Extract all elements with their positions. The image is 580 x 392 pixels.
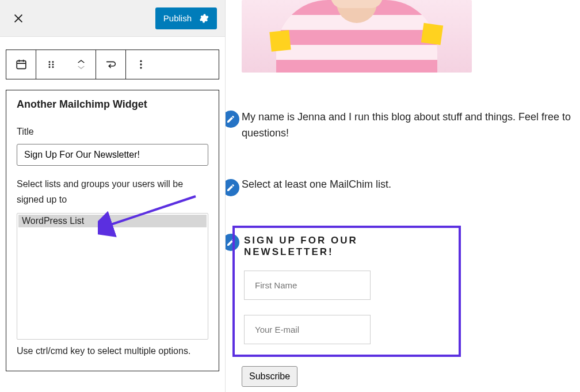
edit-handle[interactable] xyxy=(226,179,239,196)
transform-button[interactable] xyxy=(96,50,126,79)
preview-canvas: My name is Jenna and I run this blog abo… xyxy=(226,0,580,392)
title-label: Title xyxy=(17,127,208,137)
chevron-up-icon xyxy=(77,59,86,64)
edit-handle[interactable] xyxy=(226,111,239,128)
svg-point-5 xyxy=(49,66,51,68)
arrow-loop-icon xyxy=(105,58,117,71)
svg-point-3 xyxy=(49,64,51,66)
svg-point-2 xyxy=(52,61,54,63)
signup-widget: SIGN UP FOR OUR NEWSLETTER! xyxy=(232,226,461,357)
more-vertical-icon xyxy=(135,59,147,70)
widget-panel-title: Another Mailchimp Widget xyxy=(17,98,208,111)
svg-point-4 xyxy=(52,64,54,66)
gear-icon xyxy=(199,13,209,24)
drag-handle[interactable] xyxy=(36,50,66,79)
lists-label: Select lists and groups your users will … xyxy=(17,176,208,207)
svg-point-8 xyxy=(140,63,142,65)
first-name-field[interactable] xyxy=(244,271,371,300)
subscribe-button[interactable]: Subscribe xyxy=(242,366,297,387)
block-type-button[interactable] xyxy=(6,50,36,79)
list-option[interactable]: WordPress List xyxy=(18,215,207,227)
calendar-icon xyxy=(15,58,28,71)
intro-text: My name is Jenna and I run this blog abo… xyxy=(242,109,580,142)
signup-title: SIGN UP FOR OUR NEWSLETTER! xyxy=(244,235,449,258)
more-options-button[interactable] xyxy=(126,50,156,79)
publish-label: Publish xyxy=(163,13,192,23)
close-button[interactable] xyxy=(8,8,29,29)
svg-rect-0 xyxy=(17,61,26,69)
lists-select[interactable]: WordPress List xyxy=(17,213,208,340)
title-input[interactable] xyxy=(17,144,208,166)
close-icon xyxy=(13,13,24,24)
editor-header: Publish xyxy=(0,0,225,37)
drag-icon xyxy=(46,59,56,70)
editor-sidebar: Publish Another Mailchimp Widget xyxy=(0,0,226,392)
publish-button[interactable]: Publish xyxy=(155,7,217,29)
svg-point-6 xyxy=(52,66,54,68)
warning-text: Select at least one MailChim list. xyxy=(242,178,391,191)
chevron-down-icon xyxy=(77,64,86,70)
move-buttons[interactable] xyxy=(66,50,96,79)
svg-point-9 xyxy=(140,67,142,68)
hero-image xyxy=(242,0,472,73)
block-toolbar xyxy=(6,50,219,79)
widget-panel: Another Mailchimp Widget Title Select li… xyxy=(6,90,219,371)
multi-help: Use ctrl/cmd key to select multiple opti… xyxy=(17,343,208,359)
svg-point-7 xyxy=(140,60,142,62)
svg-point-1 xyxy=(49,61,51,63)
email-field[interactable] xyxy=(244,315,371,344)
